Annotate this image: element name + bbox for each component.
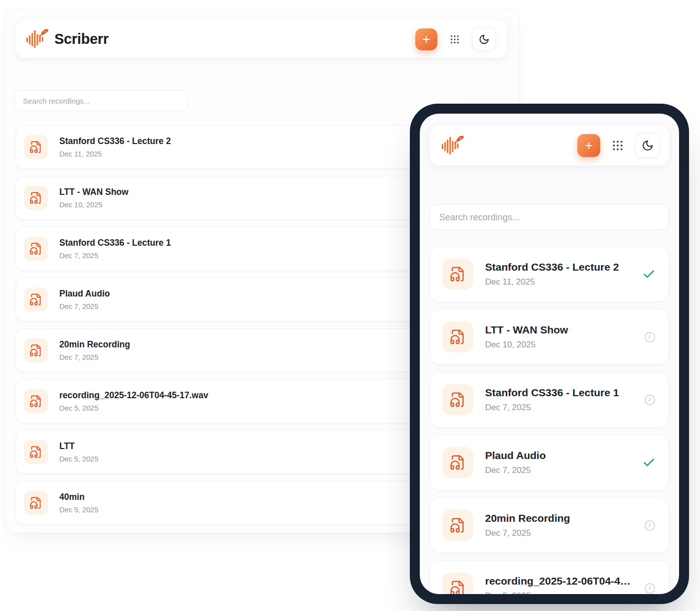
file-audio-icon [24, 186, 48, 210]
recording-item[interactable]: Stanford CS336 - Lecture 1Dec 7, 2025 [430, 372, 669, 428]
recording-title: Stanford CS336 - Lecture 1 [485, 387, 632, 399]
dark-mode-toggle-button[interactable] [472, 27, 496, 51]
recording-item[interactable]: recording_2025-12-06T04-45-17.wavDec 5, … [430, 560, 669, 594]
file-audio-icon [442, 573, 473, 594]
file-audio-icon [442, 447, 473, 478]
plus-icon [584, 141, 594, 151]
apps-grid-button[interactable] [449, 34, 460, 45]
apps-grid-button[interactable] [611, 139, 624, 152]
search-input[interactable] [14, 90, 188, 111]
file-audio-icon [24, 237, 48, 261]
recording-title: Plaud Audio [485, 450, 630, 461]
recording-info: 20min RecordingDec 7, 2025 [485, 512, 632, 538]
recording-info: Stanford CS336 - Lecture 1Dec 7, 2025 [485, 387, 632, 413]
waveform-pen-icon [442, 136, 465, 156]
phone-screen: Stanford CS336 - Lecture 2Dec 11, 2025LT… [420, 114, 679, 594]
plus-icon [421, 34, 431, 44]
check-icon [642, 268, 656, 281]
moon-icon [642, 140, 654, 152]
file-audio-icon [24, 288, 48, 311]
recording-title: Stanford CS336 - Lecture 2 [485, 261, 630, 273]
recording-info: LTT - WAN ShowDec 10, 2025 [485, 324, 632, 350]
recording-date: Dec 7, 2025 [485, 528, 632, 538]
file-audio-icon [24, 491, 48, 515]
recording-info: Stanford CS336 - Lecture 2Dec 11, 2025 [485, 261, 630, 287]
recording-title: 20min Recording [485, 512, 632, 524]
file-audio-icon [24, 440, 48, 464]
recording-date: Dec 7, 2025 [485, 403, 632, 413]
waveform-pen-icon [26, 29, 49, 49]
file-audio-icon [442, 384, 473, 415]
moon-icon [479, 34, 490, 45]
grip-dots-icon [449, 34, 460, 45]
recording-date: Dec 5, 2025 [485, 591, 632, 594]
recording-date: Dec 10, 2025 [485, 340, 632, 350]
recording-info: recording_2025-12-06T04-45-17.wavDec 5, … [485, 575, 632, 594]
recordings-list: Stanford CS336 - Lecture 2Dec 11, 2025LT… [430, 246, 669, 594]
recording-date: Dec 11, 2025 [485, 277, 630, 287]
file-audio-icon [442, 259, 473, 290]
desktop-header-actions [415, 27, 496, 51]
new-recording-button[interactable] [577, 134, 600, 157]
dark-mode-toggle-button[interactable] [635, 133, 660, 158]
desktop-header-bar: Scriberr [15, 20, 507, 58]
recording-date: Dec 7, 2025 [485, 465, 630, 475]
app-logo [442, 136, 465, 156]
file-audio-icon [442, 510, 473, 541]
file-audio-icon [24, 389, 48, 413]
app-logo: Scriberr [26, 29, 109, 49]
clock-icon [644, 331, 656, 343]
recording-item[interactable]: LTT - WAN ShowDec 10, 2025 [430, 309, 669, 365]
recording-title: recording_2025-12-06T04-45-17.wav [485, 575, 632, 587]
clock-icon [644, 520, 656, 531]
grip-dots-icon [611, 139, 624, 152]
clock-icon [644, 583, 656, 594]
search-input[interactable] [430, 204, 669, 230]
phone-header-actions [577, 133, 660, 158]
recording-info: Plaud AudioDec 7, 2025 [485, 450, 630, 475]
recording-item[interactable]: 20min RecordingDec 7, 2025 [430, 497, 669, 553]
file-audio-icon [442, 321, 473, 352]
phone-mockup-frame: Stanford CS336 - Lecture 2Dec 11, 2025LT… [410, 104, 689, 604]
recording-item[interactable]: Stanford CS336 - Lecture 2Dec 11, 2025 [430, 246, 669, 302]
new-recording-button[interactable] [415, 28, 437, 50]
recording-title: LTT - WAN Show [485, 324, 632, 336]
recording-item[interactable]: Plaud AudioDec 7, 2025 [430, 435, 669, 490]
app-title: Scriberr [54, 31, 109, 47]
phone-search [430, 204, 669, 230]
desktop-search [14, 90, 188, 111]
phone-header-bar [430, 126, 669, 165]
file-audio-icon [24, 135, 48, 159]
file-audio-icon [24, 338, 48, 362]
clock-icon [644, 394, 656, 406]
check-icon [642, 456, 656, 469]
